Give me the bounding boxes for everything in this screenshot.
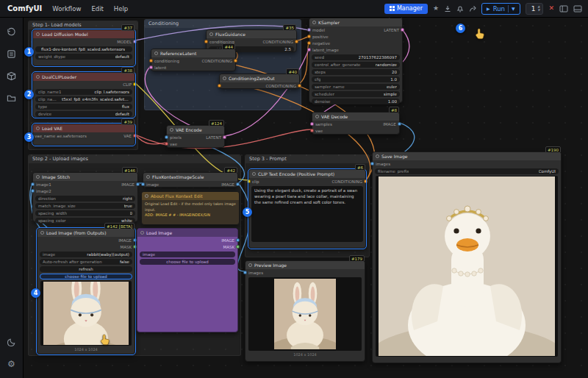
group-conditioning-title[interactable]: Conditioning bbox=[145, 20, 301, 28]
clip-name1-widget[interactable]: clip_name1clip_l.safetensors bbox=[35, 89, 132, 96]
negative-input-pin[interactable] bbox=[307, 41, 311, 45]
latent-output-pin[interactable] bbox=[401, 28, 404, 32]
cfg-widget[interactable]: cfg1.0 bbox=[312, 76, 400, 83]
notifications-icon[interactable] bbox=[456, 5, 464, 13]
filename-prefix-widget[interactable]: filename_prefixComfyUI bbox=[375, 168, 559, 175]
collapse-dot[interactable] bbox=[223, 76, 226, 80]
batch-count-steppers[interactable]: ▲▼ bbox=[537, 5, 539, 12]
weight-dtype-widget[interactable]: weight_dtypedefault bbox=[35, 54, 132, 60]
clear-queue-icon[interactable]: ✕ bbox=[548, 5, 554, 12]
image1-input-pin[interactable] bbox=[31, 182, 35, 186]
collapse-dot[interactable] bbox=[36, 32, 40, 36]
menu-workflow[interactable]: Workflow bbox=[52, 5, 81, 13]
workflows-icon[interactable] bbox=[4, 46, 20, 62]
node-flux-kontext-image-scale[interactable]: #42 FluxKontextImageScale imageIMAGE bbox=[143, 172, 238, 188]
collapse-dot[interactable] bbox=[140, 231, 144, 235]
collapse-dot[interactable] bbox=[315, 115, 319, 118]
spacing-width-widget[interactable]: spacing_width0 bbox=[35, 210, 135, 217]
choose-file-button[interactable]: choose file to upload bbox=[40, 274, 132, 280]
conditioning-input-pin[interactable] bbox=[149, 59, 153, 63]
run-button[interactable]: ▶ Run ▼ bbox=[481, 3, 520, 15]
choose-file-button[interactable]: choose file to upload bbox=[140, 259, 235, 265]
collapse-dot[interactable] bbox=[248, 263, 252, 267]
match-image-size-widget[interactable]: match_image_sizetrue bbox=[35, 203, 135, 210]
toggle-panel-bottom-icon[interactable] bbox=[573, 5, 582, 13]
node-load-image-from-outputs[interactable]: #142 [BETA] Load Image (from Outputs) IM… bbox=[37, 228, 135, 354]
node-ksampler[interactable]: #31 KSampler modelLATENT positive negati… bbox=[309, 18, 403, 103]
model-library-icon[interactable] bbox=[4, 68, 20, 84]
node-image-stitch[interactable]: #146 Image Stitch image1IMAGE image2 dir… bbox=[32, 172, 138, 222]
share-icon[interactable] bbox=[469, 5, 476, 13]
collapse-dot[interactable] bbox=[146, 175, 150, 179]
node-preview-image[interactable]: #179 Preview Image images bbox=[245, 260, 365, 362]
queue-history-icon[interactable] bbox=[4, 24, 20, 40]
steps-widget[interactable]: steps20 bbox=[312, 69, 400, 76]
clip-input-pin[interactable] bbox=[247, 179, 251, 183]
image-output-pin[interactable] bbox=[236, 182, 240, 186]
prompt-textarea[interactable]: Using the elegant duck, create a portrai… bbox=[251, 186, 363, 242]
star-icon[interactable]: ★ bbox=[433, 5, 439, 12]
conditioning-output-pin[interactable] bbox=[364, 179, 368, 183]
vae-input-pin[interactable] bbox=[310, 129, 314, 132]
collapse-dot[interactable] bbox=[145, 194, 148, 198]
device-widget[interactable]: devicedefault bbox=[35, 111, 132, 118]
latent-input-pin[interactable] bbox=[149, 65, 153, 69]
unet-name-widget[interactable]: flux1-dev-kontext_fp8_scaled.safetensors bbox=[35, 46, 132, 53]
node-load-diffusion-model[interactable]: #37 Load Diffusion Model MODEL flux1-dev… bbox=[32, 29, 135, 66]
node-load-image-bypassed[interactable]: Load Image IMAGE MASK image choose file … bbox=[137, 228, 238, 332]
settings-gear-icon[interactable]: ⚙ bbox=[4, 356, 20, 372]
collapse-dot[interactable] bbox=[170, 128, 173, 132]
positive-input-pin[interactable] bbox=[307, 35, 311, 38]
run-options-chevron-icon[interactable]: ▼ bbox=[512, 6, 515, 11]
node-save-image[interactable]: #190 Save Image images filename_prefixCo… bbox=[372, 151, 562, 363]
group-step3-title[interactable]: Step 3 - Prompt bbox=[245, 155, 369, 163]
node-dual-clip-loader[interactable]: #38 DualCLIPLoader CLIP clip_name1clip_l… bbox=[32, 72, 135, 118]
collapse-dot[interactable] bbox=[40, 231, 44, 235]
node-clip-text-encode-positive[interactable]: #6 CLIP Text Encode (Positive Prompt) cl… bbox=[248, 169, 366, 249]
clip-output-pin[interactable] bbox=[133, 82, 137, 86]
batch-count-input[interactable]: 1 ▲▼ bbox=[526, 3, 544, 15]
direction-widget[interactable]: directionright bbox=[35, 196, 135, 202]
conditioning-input-pin[interactable] bbox=[218, 84, 221, 88]
node-vae-decode[interactable]: #8 VAE Decode samplesIMAGE vae bbox=[312, 112, 400, 135]
node-library-folder-icon[interactable] bbox=[4, 90, 20, 106]
vae-name-value[interactable]: ae.safetensors bbox=[57, 134, 86, 138]
type-widget[interactable]: typeflux bbox=[35, 104, 132, 110]
scheduler-widget[interactable]: schedulersimple bbox=[312, 91, 400, 98]
node-conditioning-zero-out[interactable]: #40 ConditioningZeroOut CONDITIONING bbox=[219, 74, 300, 89]
denoise-widget[interactable]: denoise1.00 bbox=[312, 99, 400, 105]
node-note-about-flux-kontext-edit[interactable]: About Flux Kontext Edit Original Load Ed… bbox=[141, 191, 240, 225]
node-vae-encode[interactable]: #124 VAE Encode pixelsLATENT vae bbox=[166, 125, 225, 148]
collapse-dot[interactable] bbox=[36, 126, 40, 130]
toggle-panel-left-icon[interactable] bbox=[559, 5, 568, 13]
image-output-pin[interactable] bbox=[136, 182, 140, 186]
collapse-dot[interactable] bbox=[376, 154, 379, 158]
images-input-pin[interactable] bbox=[370, 162, 374, 165]
mask-output-pin[interactable] bbox=[236, 245, 240, 249]
conditioning-output-pin[interactable] bbox=[298, 84, 301, 88]
collapse-dot[interactable] bbox=[36, 175, 40, 179]
model-output-pin[interactable] bbox=[133, 40, 137, 43]
image-output-pin[interactable] bbox=[236, 238, 240, 242]
collapse-dot[interactable] bbox=[252, 172, 256, 176]
node-load-vae[interactable]: #39 Load VAE vae_nameae.safetensorsVAE bbox=[32, 124, 135, 146]
control-after-generate-widget[interactable]: control_after_generaterandomize bbox=[312, 62, 400, 68]
image-select-widget[interactable]: imagerabbit(waby)(output) bbox=[40, 252, 132, 258]
app-logo[interactable]: ComfyUI bbox=[7, 4, 42, 13]
samples-input-pin[interactable] bbox=[310, 122, 314, 126]
conditioning-input-pin[interactable] bbox=[204, 40, 208, 43]
conditioning-output-pin[interactable] bbox=[295, 40, 298, 43]
node-reference-latent[interactable]: #44 ReferenceLatent conditioningCONDITIO… bbox=[151, 49, 236, 71]
conditioning-output-pin[interactable] bbox=[234, 59, 237, 63]
model-input-pin[interactable] bbox=[307, 28, 311, 32]
refresh-button[interactable]: refresh bbox=[40, 266, 132, 273]
vae-input-pin[interactable] bbox=[165, 142, 168, 146]
node-canvas[interactable]: Step 1- Load models Conditioning Step 2 … bbox=[24, 18, 588, 378]
download-icon[interactable] bbox=[444, 5, 451, 13]
sampler-name-widget[interactable]: sampler_nameeuler bbox=[312, 84, 400, 90]
group-step2-title[interactable]: Step 2 - Upload images bbox=[29, 155, 240, 163]
menu-help[interactable]: Help bbox=[114, 5, 128, 13]
auto-refresh-toggle[interactable]: Auto-refresh after generationfalse bbox=[40, 259, 132, 265]
collapse-dot[interactable] bbox=[154, 51, 158, 55]
pixels-input-pin[interactable] bbox=[165, 135, 168, 139]
